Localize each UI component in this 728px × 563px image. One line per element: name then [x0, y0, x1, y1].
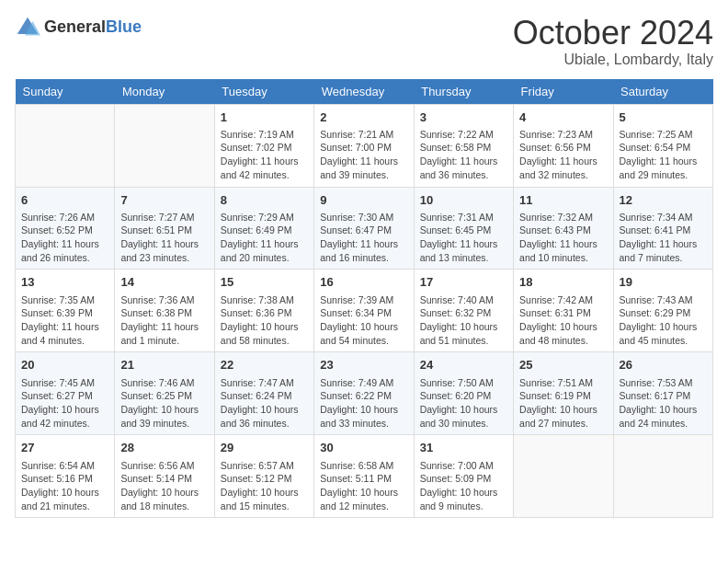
day-info: Sunrise: 7:49 AMSunset: 6:22 PMDaylight:…: [320, 376, 407, 431]
column-header-sunday: Sunday: [16, 79, 115, 105]
calendar-week-row: 20Sunrise: 7:45 AMSunset: 6:27 PMDayligh…: [16, 352, 713, 435]
day-number: 1: [221, 109, 308, 126]
column-header-saturday: Saturday: [613, 79, 712, 105]
calendar-cell: 2Sunrise: 7:21 AMSunset: 7:00 PMDaylight…: [314, 104, 414, 187]
day-info: Sunrise: 7:34 AMSunset: 6:41 PMDaylight:…: [620, 211, 707, 265]
day-number: 18: [519, 274, 607, 291]
logo: GeneralBlue: [15, 15, 142, 40]
calendar-week-row: 27Sunrise: 6:54 AMSunset: 5:16 PMDayligh…: [16, 435, 713, 518]
day-info: Sunrise: 7:53 AMSunset: 6:17 PMDaylight:…: [620, 376, 707, 431]
day-info: Sunrise: 7:23 AMSunset: 6:56 PMDaylight:…: [519, 128, 607, 182]
day-number: 14: [120, 274, 208, 291]
calendar-cell: 24Sunrise: 7:50 AMSunset: 6:20 PMDayligh…: [414, 352, 513, 435]
day-number: 12: [620, 192, 707, 209]
day-info: Sunrise: 7:45 AMSunset: 6:27 PMDaylight:…: [21, 376, 108, 431]
day-number: 19: [620, 274, 707, 291]
page-header: GeneralBlue October 2024 Ubiale, Lombard…: [15, 15, 713, 68]
day-info: Sunrise: 7:36 AMSunset: 6:38 PMDaylight:…: [120, 293, 208, 348]
day-number: 11: [519, 192, 607, 209]
calendar-cell: 25Sunrise: 7:51 AMSunset: 6:19 PMDayligh…: [514, 352, 613, 435]
calendar-week-row: 6Sunrise: 7:26 AMSunset: 6:52 PMDaylight…: [16, 187, 713, 270]
day-number: 15: [221, 274, 308, 291]
calendar-cell: 17Sunrise: 7:40 AMSunset: 6:32 PMDayligh…: [414, 270, 513, 352]
calendar-cell: 15Sunrise: 7:38 AMSunset: 6:36 PMDayligh…: [214, 270, 313, 352]
day-number: 27: [21, 440, 108, 456]
calendar-cell: 19Sunrise: 7:43 AMSunset: 6:29 PMDayligh…: [613, 270, 712, 352]
calendar-cell: 18Sunrise: 7:42 AMSunset: 6:31 PMDayligh…: [514, 270, 613, 352]
day-number: 29: [221, 440, 308, 456]
calendar-cell: 8Sunrise: 7:29 AMSunset: 6:49 PMDaylight…: [214, 187, 313, 270]
calendar-table: SundayMondayTuesdayWednesdayThursdayFrid…: [15, 79, 713, 519]
day-number: 16: [320, 274, 407, 291]
day-number: 4: [519, 109, 607, 126]
calendar-cell: [16, 104, 115, 187]
logo-text-general: General: [44, 18, 106, 37]
day-number: 3: [420, 109, 507, 126]
calendar-cell: 7Sunrise: 7:27 AMSunset: 6:51 PMDaylight…: [115, 187, 214, 270]
day-info: Sunrise: 7:31 AMSunset: 6:45 PMDaylight:…: [420, 211, 507, 265]
calendar-cell: [613, 435, 712, 518]
day-info: Sunrise: 6:58 AMSunset: 5:11 PMDaylight:…: [320, 459, 407, 513]
calendar-cell: 12Sunrise: 7:34 AMSunset: 6:41 PMDayligh…: [613, 187, 712, 270]
calendar-cell: 31Sunrise: 7:00 AMSunset: 5:09 PMDayligh…: [414, 435, 513, 518]
calendar-cell: 26Sunrise: 7:53 AMSunset: 6:17 PMDayligh…: [613, 352, 712, 435]
day-info: Sunrise: 7:43 AMSunset: 6:29 PMDaylight:…: [620, 293, 707, 348]
column-header-tuesday: Tuesday: [214, 79, 313, 105]
day-info: Sunrise: 7:35 AMSunset: 6:39 PMDaylight:…: [21, 293, 108, 348]
day-info: Sunrise: 7:00 AMSunset: 5:09 PMDaylight:…: [420, 459, 507, 513]
day-info: Sunrise: 6:57 AMSunset: 5:12 PMDaylight:…: [221, 459, 308, 513]
day-number: 21: [120, 357, 208, 373]
location-title: Ubiale, Lombardy, Italy: [513, 52, 713, 68]
day-info: Sunrise: 7:26 AMSunset: 6:52 PMDaylight:…: [21, 211, 108, 265]
calendar-cell: 22Sunrise: 7:47 AMSunset: 6:24 PMDayligh…: [214, 352, 313, 435]
calendar-cell: 10Sunrise: 7:31 AMSunset: 6:45 PMDayligh…: [414, 187, 513, 270]
calendar-cell: 29Sunrise: 6:57 AMSunset: 5:12 PMDayligh…: [214, 435, 313, 518]
day-number: 2: [320, 109, 407, 126]
day-number: 9: [320, 192, 407, 209]
day-number: 5: [620, 109, 707, 126]
calendar-cell: 16Sunrise: 7:39 AMSunset: 6:34 PMDayligh…: [314, 270, 414, 352]
calendar-header-row: SundayMondayTuesdayWednesdayThursdayFrid…: [16, 79, 713, 105]
calendar-cell: 6Sunrise: 7:26 AMSunset: 6:52 PMDaylight…: [16, 187, 115, 270]
day-info: Sunrise: 6:54 AMSunset: 5:16 PMDaylight:…: [21, 459, 108, 513]
calendar-cell: 20Sunrise: 7:45 AMSunset: 6:27 PMDayligh…: [16, 352, 115, 435]
day-info: Sunrise: 7:19 AMSunset: 7:02 PMDaylight:…: [221, 128, 308, 182]
day-number: 24: [420, 357, 507, 373]
title-section: October 2024 Ubiale, Lombardy, Italy: [513, 15, 713, 68]
calendar-cell: 9Sunrise: 7:30 AMSunset: 6:47 PMDaylight…: [314, 187, 414, 270]
day-number: 22: [221, 357, 308, 373]
day-number: 17: [420, 274, 507, 291]
calendar-cell: 21Sunrise: 7:46 AMSunset: 6:25 PMDayligh…: [115, 352, 214, 435]
calendar-cell: [514, 435, 613, 518]
calendar-week-row: 1Sunrise: 7:19 AMSunset: 7:02 PMDaylight…: [16, 104, 713, 187]
calendar-cell: [115, 104, 214, 187]
day-info: Sunrise: 6:56 AMSunset: 5:14 PMDaylight:…: [120, 459, 208, 513]
calendar-cell: 4Sunrise: 7:23 AMSunset: 6:56 PMDaylight…: [514, 104, 613, 187]
calendar-cell: 14Sunrise: 7:36 AMSunset: 6:38 PMDayligh…: [115, 270, 214, 352]
day-number: 6: [21, 192, 108, 209]
day-number: 30: [320, 440, 407, 456]
day-number: 13: [21, 274, 108, 291]
day-info: Sunrise: 7:51 AMSunset: 6:19 PMDaylight:…: [519, 376, 607, 431]
calendar-cell: 13Sunrise: 7:35 AMSunset: 6:39 PMDayligh…: [16, 270, 115, 352]
column-header-wednesday: Wednesday: [314, 79, 414, 105]
day-info: Sunrise: 7:21 AMSunset: 7:00 PMDaylight:…: [320, 128, 407, 182]
day-info: Sunrise: 7:27 AMSunset: 6:51 PMDaylight:…: [120, 211, 208, 265]
calendar-cell: 27Sunrise: 6:54 AMSunset: 5:16 PMDayligh…: [16, 435, 115, 518]
day-number: 25: [519, 357, 607, 373]
day-info: Sunrise: 7:30 AMSunset: 6:47 PMDaylight:…: [320, 211, 407, 265]
calendar-cell: 11Sunrise: 7:32 AMSunset: 6:43 PMDayligh…: [514, 187, 613, 270]
calendar-cell: 5Sunrise: 7:25 AMSunset: 6:54 PMDaylight…: [613, 104, 712, 187]
day-info: Sunrise: 7:46 AMSunset: 6:25 PMDaylight:…: [120, 376, 208, 431]
logo-icon: [15, 15, 40, 40]
day-info: Sunrise: 7:40 AMSunset: 6:32 PMDaylight:…: [420, 293, 507, 348]
calendar-cell: 23Sunrise: 7:49 AMSunset: 6:22 PMDayligh…: [314, 352, 414, 435]
day-number: 10: [420, 192, 507, 209]
day-number: 7: [120, 192, 208, 209]
calendar-cell: 1Sunrise: 7:19 AMSunset: 7:02 PMDaylight…: [214, 104, 313, 187]
day-number: 28: [120, 440, 208, 456]
day-info: Sunrise: 7:25 AMSunset: 6:54 PMDaylight:…: [620, 128, 707, 182]
column-header-thursday: Thursday: [414, 79, 513, 105]
calendar-cell: 28Sunrise: 6:56 AMSunset: 5:14 PMDayligh…: [115, 435, 214, 518]
day-info: Sunrise: 7:50 AMSunset: 6:20 PMDaylight:…: [420, 376, 507, 431]
